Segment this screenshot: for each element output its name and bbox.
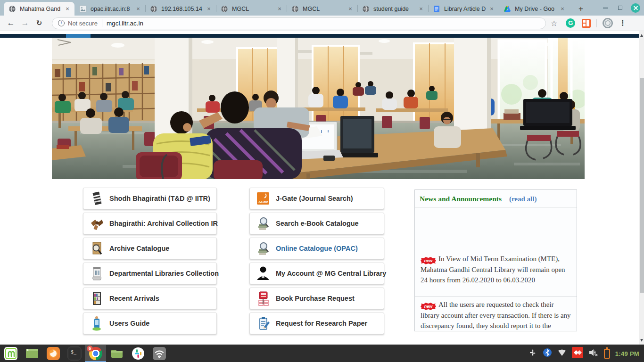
- wifi-signal-icon[interactable]: [557, 348, 567, 359]
- globe-favicon-icon: [291, 5, 299, 13]
- read-all-link[interactable]: (read all): [509, 195, 537, 203]
- window-close-button[interactable]: [631, 3, 640, 13]
- divider: [102, 19, 102, 27]
- books-magnifier-icon: [256, 240, 270, 257]
- link-book-purchase-request[interactable]: Book Purchase Request: [249, 288, 384, 309]
- url-text: mgcl.iitr.ac.in: [107, 20, 143, 27]
- webpage-mgcl: Shodh Bhagirathi (T&D @ IITR) Bhagirathi…: [0, 32, 639, 345]
- forward-button[interactable]: →: [18, 18, 32, 28]
- scroll-up-arrow[interactable]: [639, 32, 644, 39]
- site-navbar-edge: [0, 34, 639, 38]
- quicklinks-left: Shodh Bhagirathi (T&D @ IITR) Bhagirathi…: [83, 188, 217, 337]
- tab-mahatma-gandhi[interactable]: Mahatma Gand ×: [4, 2, 74, 16]
- files-folder-icon[interactable]: [106, 345, 127, 362]
- show-desktop-icon[interactable]: [21, 345, 42, 362]
- tab-library-article[interactable]: Library Article D ×: [428, 2, 499, 16]
- link-label: Request for Research Paper: [276, 320, 367, 327]
- chrome-icon[interactable]: 6: [85, 345, 106, 362]
- profile-avatar[interactable]: [603, 18, 613, 28]
- tab-close-icon[interactable]: ×: [559, 5, 566, 13]
- tab-title: student guide: [373, 6, 417, 12]
- link-recent-arrivals[interactable]: Recent Arrivals: [83, 288, 217, 309]
- chrome-tab-count-badge: 6: [87, 346, 93, 352]
- link-my-account[interactable]: My Account @ MG Central Library: [249, 263, 384, 284]
- address-bar[interactable]: i Not secure mgcl.iitr.ac.in: [52, 17, 546, 29]
- news-text: All the users are requested to check the…: [421, 301, 571, 329]
- link-label: J-Gate (Journal Search): [276, 195, 353, 202]
- bookshelf-icon: [90, 290, 104, 307]
- anydesk-icon[interactable]: [572, 347, 583, 360]
- tab-close-icon[interactable]: ×: [205, 5, 213, 13]
- tab-my-drive[interactable]: My Drive - Goo ×: [499, 2, 570, 16]
- link-label: Online Catalogue (OPAC): [276, 245, 358, 252]
- tab-title: Mahatma Gand: [20, 6, 64, 12]
- clipboard-pencil-icon: [256, 315, 270, 332]
- menu-kebab-icon[interactable]: ⋮: [619, 19, 626, 27]
- link-archive-catalogue[interactable]: Archive Catalogue: [83, 238, 217, 259]
- tab-title: Library Article D: [444, 6, 488, 12]
- link-request-research-paper[interactable]: Request for Research Paper: [249, 313, 384, 334]
- reload-button[interactable]: ↻: [32, 19, 46, 27]
- library-photo: [52, 38, 585, 179]
- scrollbar-thumb[interactable]: [640, 78, 644, 293]
- jgate-icon: J-Gate: [256, 190, 270, 207]
- link-label: Archive Catalogue: [109, 245, 169, 252]
- tab-close-icon[interactable]: ×: [276, 5, 283, 13]
- mint-menu-icon[interactable]: [0, 345, 21, 362]
- tab-title: opac.iitr.ac.in:8: [91, 6, 134, 12]
- page-scrollbar[interactable]: [639, 31, 644, 345]
- slack-tray-icon[interactable]: [528, 348, 537, 359]
- globe-favicon-icon: [362, 5, 370, 13]
- grammarly-extension-icon[interactable]: G: [566, 18, 575, 28]
- tab-close-icon[interactable]: ×: [64, 5, 71, 13]
- tab-title: MGCL: [303, 6, 347, 12]
- terminal-icon[interactable]: $_: [64, 345, 85, 362]
- firefox-icon[interactable]: [42, 345, 64, 362]
- tab-student-guide[interactable]: student guide ×: [357, 2, 428, 16]
- tab-close-icon[interactable]: ×: [134, 5, 142, 13]
- news-title: News and Announcements: [420, 195, 502, 203]
- new-badge: new: [421, 303, 436, 310]
- tab-close-icon[interactable]: ×: [417, 5, 425, 13]
- back-button[interactable]: ←: [4, 18, 18, 28]
- volume-muted-icon[interactable]: [588, 348, 599, 359]
- window-controls: [602, 0, 640, 16]
- tab-opac[interactable]: opac.iitr.ac.in:8 ×: [74, 2, 145, 16]
- taskbar-clock[interactable]: 1:49 PM: [615, 350, 639, 357]
- link-jgate[interactable]: J-Gate J-Gate (Journal Search): [249, 188, 384, 209]
- link-search-ebook-catalogue[interactable]: Search e-Book Catalogue: [249, 213, 384, 234]
- tab-close-icon[interactable]: ×: [347, 5, 354, 13]
- link-bhagirathi-archival[interactable]: Bhagirathi: Archival Collection IR: [83, 213, 217, 234]
- tab-ip-address[interactable]: 192.168.105.14 ×: [145, 2, 216, 16]
- link-departmental-libraries[interactable]: Departmental Libraries Collection: [83, 263, 217, 284]
- network-wifi-icon[interactable]: [149, 345, 170, 362]
- link-shodh-bhagirathi[interactable]: Shodh Bhagirathi (T&D @ IITR): [83, 188, 217, 209]
- news-panel: News and Announcements (read all) newIn …: [414, 189, 577, 331]
- thesis-stack-icon: [90, 190, 104, 207]
- battery-icon[interactable]: [604, 349, 610, 359]
- person-silhouette-icon: [256, 265, 270, 282]
- new-tab-button[interactable]: +: [575, 3, 587, 15]
- bluetooth-icon[interactable]: [543, 348, 552, 359]
- svg-text:$_: $_: [71, 349, 77, 355]
- link-label: Users Guide: [109, 320, 149, 327]
- link-online-catalogue-opac[interactable]: Online Catalogue (OPAC): [249, 238, 384, 259]
- link-label: Departmental Libraries Collection: [109, 270, 219, 277]
- news-item: newIn View of Mid Term Examination (MTE)…: [415, 207, 577, 296]
- tab-close-icon[interactable]: ×: [488, 5, 495, 13]
- scroll-down-arrow[interactable]: [639, 337, 644, 344]
- red-book-icon: [256, 290, 270, 307]
- link-users-guide[interactable]: Users Guide: [83, 313, 217, 334]
- bookmark-star-icon[interactable]: ☆: [551, 19, 557, 28]
- window-restore-button[interactable]: [616, 4, 625, 12]
- link-label: Book Purchase Request: [276, 295, 355, 302]
- window-minimize-button[interactable]: [602, 4, 610, 12]
- tab-mgcl-1[interactable]: MGCL ×: [216, 2, 287, 16]
- taskbar: $_ 6: [0, 345, 644, 362]
- quicklinks-right: J-Gate J-Gate (Journal Search) Search e-…: [249, 188, 384, 337]
- screenshot-extension-icon[interactable]: [582, 19, 591, 28]
- tab-mgcl-2[interactable]: MGCL ×: [287, 2, 357, 16]
- slack-icon[interactable]: [127, 345, 149, 362]
- tab-title: MGCL: [232, 6, 276, 12]
- info-icon[interactable]: i: [58, 20, 65, 26]
